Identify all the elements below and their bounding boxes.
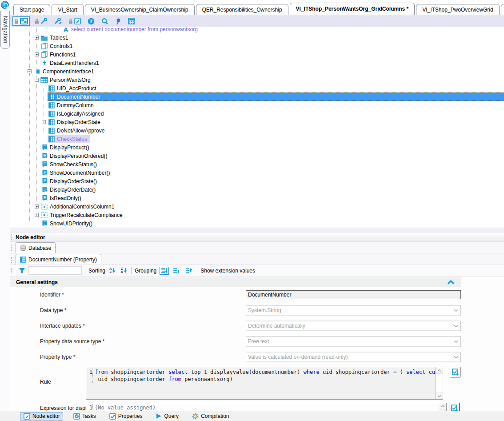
- filter-funnel-icon[interactable]: [19, 268, 25, 274]
- drag-grip[interactable]: [11, 245, 13, 251]
- rule-advanced-edit-button[interactable]: [450, 367, 460, 377]
- tree-item-documentnumber[interactable]: DocumentNumber: [10, 92, 504, 101]
- toolbar-group[interactable]: [67, 16, 83, 26]
- identifier-input[interactable]: [246, 290, 461, 299]
- tree-item-displaypersonordered-[interactable]: DisplayPersonOrdered(): [10, 152, 504, 160]
- drag-grip[interactable]: [11, 268, 13, 273]
- tree-item-isreadonly-[interactable]: IsReadOnly(): [10, 194, 504, 202]
- tree-item-content[interactable]: DummyColumn: [48, 101, 97, 109]
- sort-ascending-icon[interactable]: AZ: [108, 267, 116, 274]
- document-tab-4[interactable]: QER_Responsibilities_Ownership: [196, 4, 288, 15]
- tree-item-content[interactable]: PersonWantsOrg: [40, 76, 94, 84]
- tree-item-content[interactable]: IsReadOnly(): [40, 194, 84, 202]
- toolbar-group[interactable]: [113, 16, 123, 26]
- document-tab-1[interactable]: Start page: [13, 4, 50, 15]
- spin-up-icon[interactable]: [439, 403, 446, 409]
- tree-item-showcheckstatus-[interactable]: ShowCheckStatus(): [10, 160, 504, 168]
- expand-plus-icon[interactable]: +: [35, 204, 39, 208]
- tab-database[interactable]: Database: [16, 242, 56, 253]
- layout-icon[interactable]: [20, 18, 28, 24]
- help-icon[interactable]: ?: [88, 18, 95, 25]
- tree-item-select-current-documentnumber-from-personwantsorg[interactable]: Aselect current documentnumber from pers…: [10, 27, 504, 33]
- scroll-down-icon[interactable]: [436, 393, 443, 399]
- show-extension-values-button[interactable]: Show extension values: [200, 268, 255, 274]
- tree-item-content[interactable]: TriggerRecalculateCompliance: [40, 211, 126, 219]
- bottom-tab-compilation[interactable]: Compilation: [189, 412, 232, 421]
- tree-item-content[interactable]: AdditionalControlsColumn1: [40, 202, 117, 211]
- tree-item-donotallowapprove[interactable]: DoNotAllowApprove: [10, 126, 504, 135]
- tools-edit-icon[interactable]: [54, 18, 62, 24]
- toolbar-group[interactable]: [33, 16, 49, 26]
- tree-item-content[interactable]: Aselect current documentnumber from pers…: [62, 27, 201, 33]
- tree-item-content[interactable]: ComponentInterface1: [33, 67, 97, 76]
- bottom-tab-node-editor[interactable]: Node editor: [20, 412, 63, 421]
- rule-editor-scrollbar[interactable]: [435, 367, 443, 399]
- chevron-down-icon[interactable]: [454, 338, 458, 345]
- expand-plus-icon[interactable]: +: [35, 52, 39, 56]
- tree-item-tables1[interactable]: +Tables1: [10, 33, 504, 42]
- tree-item-displayorderstate-[interactable]: DisplayOrderState(): [10, 177, 504, 185]
- tree-item-checkstatus[interactable]: CheckStatus: [10, 135, 504, 143]
- lock-icon[interactable]: [68, 18, 73, 24]
- tree-item-content[interactable]: DoNotAllowApprove: [48, 126, 108, 135]
- tree-item-componentinterface1[interactable]: −ComponentInterface1: [10, 67, 504, 76]
- toolbar-group[interactable]: [100, 16, 110, 26]
- edit-note-icon[interactable]: [74, 18, 81, 24]
- document-tab-2[interactable]: VI_Start: [52, 4, 83, 15]
- dropdown-data-type-[interactable]: System.String: [246, 305, 461, 315]
- toolbar-group[interactable]: [12, 16, 30, 26]
- toolbar-group[interactable]: [52, 16, 64, 26]
- tree-item-content[interactable]: DocumentNumber: [48, 92, 504, 101]
- tree-item-uid-accproduct[interactable]: UID_AccProduct: [10, 84, 504, 92]
- expand-plus-icon[interactable]: +: [35, 213, 39, 217]
- tree-item-dataeventhandlers1[interactable]: DataEventHandlers1: [10, 59, 504, 67]
- document-tab-5[interactable]: VI_ITShop_PersonWantsOrg_GridColumns *: [290, 3, 415, 15]
- collapse-minus-icon[interactable]: −: [28, 69, 32, 73]
- tree-item-content[interactable]: DisplayOrderState: [48, 118, 104, 126]
- tree-item-content[interactable]: Functions1: [40, 50, 79, 59]
- collapse-minus-icon[interactable]: −: [35, 78, 39, 82]
- navigation-side-tab[interactable]: Navigation: [0, 11, 10, 49]
- lock-icon[interactable]: [14, 18, 19, 24]
- document-tab-7[interactable]: Configure project: [501, 4, 504, 15]
- tree-item-displayproduct-[interactable]: DisplayProduct(): [10, 143, 504, 152]
- chevron-down-icon[interactable]: [454, 354, 458, 360]
- expand-plus-icon[interactable]: +: [35, 36, 39, 40]
- tree-item-content[interactable]: ShowDocumentNumber(): [40, 168, 113, 177]
- pin-icon[interactable]: [115, 18, 121, 25]
- lock-icon[interactable]: [35, 18, 39, 24]
- tree-item-showuidpriority-[interactable]: ShowUIDPriority(): [10, 219, 504, 228]
- tree-item-islogicallyassigned[interactable]: IsLogicallyAssigned: [10, 109, 504, 118]
- document-tab-3[interactable]: VI_BusinessOwnership_ClaimOwnership: [85, 4, 195, 15]
- collapse-chevron-up-icon[interactable]: [447, 280, 455, 286]
- dropdown-property-data-source-type-[interactable]: Free text: [246, 336, 461, 346]
- tree-item-content[interactable]: DisplayOrderState(): [40, 177, 100, 185]
- tree-item-content[interactable]: DisplayPersonOrdered(): [40, 152, 110, 160]
- toolbar-group[interactable]: ?: [86, 16, 96, 26]
- tree-item-controls1[interactable]: Controls1: [10, 42, 504, 50]
- tree-item-additionalcontrolscolumn1[interactable]: +AdditionalControlsColumn1: [10, 202, 504, 211]
- tree-item-content[interactable]: DisplayProduct(): [40, 143, 92, 152]
- tree-item-personwantsorg[interactable]: −PersonWantsOrg: [10, 76, 504, 84]
- tab-documentnumber-property[interactable]: DocumentNumber (Property): [16, 254, 101, 265]
- group-expand-icon[interactable]: [172, 267, 181, 275]
- expand-plus-icon[interactable]: +: [42, 120, 46, 124]
- chevron-down-icon[interactable]: [454, 307, 458, 313]
- tree-item-functions1[interactable]: +Functions1: [10, 50, 504, 59]
- tree-item-content[interactable]: UID_AccProduct: [48, 84, 100, 92]
- drag-grip[interactable]: [11, 234, 13, 240]
- tree-item-displayorderstate[interactable]: +DisplayOrderState: [10, 118, 504, 126]
- bottom-tab-query[interactable]: Query: [152, 412, 182, 420]
- sort-descending-icon[interactable]: ZA: [120, 267, 128, 274]
- group-list-icon[interactable]: [160, 267, 169, 275]
- chevron-down-icon[interactable]: [454, 323, 458, 329]
- tree-item-displayorderdate-[interactable]: DisplayOrderDate(): [10, 185, 504, 194]
- tree-item-content[interactable]: IsLogicallyAssigned: [48, 109, 107, 118]
- tree-item-content[interactable]: Controls1: [40, 42, 76, 50]
- calculator-icon[interactable]: [128, 18, 135, 24]
- general-settings-section-header[interactable]: General settings: [10, 277, 461, 287]
- dropdown-interface-updates-[interactable]: Determine automatically: [246, 321, 461, 331]
- tree-item-showdocumentnumber-[interactable]: ShowDocumentNumber(): [10, 168, 504, 177]
- tree-item-triggerrecalculatecompliance[interactable]: +TriggerRecalculateCompliance: [10, 211, 504, 219]
- tree-item-content[interactable]: DisplayOrderDate(): [40, 185, 99, 194]
